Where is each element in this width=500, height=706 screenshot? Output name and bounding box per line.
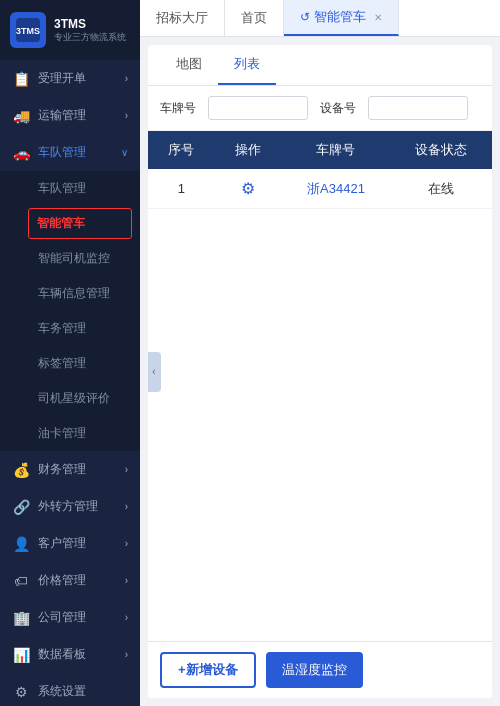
tab-close-icon[interactable]: ✕ bbox=[374, 12, 382, 23]
tab-fleet-icon: ↺ bbox=[300, 10, 310, 24]
sub-item-vehicle-info[interactable]: 车辆信息管理 bbox=[0, 276, 140, 311]
dashboard-arrow: › bbox=[125, 649, 128, 660]
sidebar-item-dashboard[interactable]: 📊 数据看板 › bbox=[0, 636, 140, 673]
transport-icon: 🚚 bbox=[12, 108, 30, 124]
settings-icon: ⚙ bbox=[12, 684, 30, 700]
sidebar: 3TMS 3TMS 专业三方物流系统 📋 受理开单 › 🚚 运输管理 › 🚗 车… bbox=[0, 0, 140, 706]
tabs-bar: 招标大厅 首页 ↺ 智能管车 ✕ bbox=[140, 0, 500, 37]
plate-label: 车牌号 bbox=[160, 100, 196, 117]
sub-tabs: 地图 列表 bbox=[148, 45, 492, 86]
company-arrow: › bbox=[125, 612, 128, 623]
sub-tab-list[interactable]: 列表 bbox=[218, 45, 276, 85]
sidebar-item-finance[interactable]: 💰 财务管理 › bbox=[0, 451, 140, 488]
sidebar-item-outsource-label: 外转方管理 bbox=[38, 498, 98, 515]
sidebar-item-price[interactable]: 🏷 价格管理 › bbox=[0, 562, 140, 599]
tab-home[interactable]: 首页 bbox=[225, 0, 284, 36]
plate-input[interactable] bbox=[208, 96, 308, 120]
sidebar-item-dashboard-label: 数据看板 bbox=[38, 646, 86, 663]
filter-row: 车牌号 设备号 bbox=[148, 86, 492, 131]
sub-item-fleet-manage[interactable]: 车队管理 bbox=[0, 171, 140, 206]
table-container: 序号 操作 车牌号 设备状态 1 ⚙ 浙A34421 bbox=[148, 131, 492, 641]
tab-home-label: 首页 bbox=[241, 9, 267, 27]
logo-icon: 3TMS bbox=[10, 12, 46, 48]
tab-fleet-manage[interactable]: ↺ 智能管车 ✕ bbox=[284, 0, 399, 36]
cell-status: 在线 bbox=[391, 169, 492, 209]
tab-fleet-manage-label: 智能管车 bbox=[314, 8, 366, 26]
cell-op[interactable]: ⚙ bbox=[215, 169, 282, 209]
sidebar-item-transport-label: 运输管理 bbox=[38, 107, 86, 124]
sidebar-item-settings-label: 系统设置 bbox=[38, 683, 86, 700]
sidebar-item-fleet-label: 车队管理 bbox=[38, 144, 86, 161]
sidebar-item-finance-label: 财务管理 bbox=[38, 461, 86, 478]
transport-arrow: › bbox=[125, 110, 128, 121]
finance-arrow: › bbox=[125, 464, 128, 475]
col-status: 设备状态 bbox=[391, 131, 492, 169]
price-icon: 🏷 bbox=[12, 573, 30, 589]
svg-text:3TMS: 3TMS bbox=[16, 26, 40, 36]
sidebar-item-settings[interactable]: ⚙ 系统设置 bbox=[0, 673, 140, 706]
fleet-icon: 🚗 bbox=[12, 145, 30, 161]
sub-tab-map-label: 地图 bbox=[176, 56, 202, 71]
sidebar-item-accept[interactable]: 📋 受理开单 › bbox=[0, 60, 140, 97]
outsource-arrow: › bbox=[125, 501, 128, 512]
col-op: 操作 bbox=[215, 131, 282, 169]
sidebar-item-company[interactable]: 🏢 公司管理 › bbox=[0, 599, 140, 636]
customer-arrow: › bbox=[125, 538, 128, 549]
cell-plate[interactable]: 浙A34421 bbox=[281, 169, 390, 209]
logo-text: 3TMS 专业三方物流系统 bbox=[54, 17, 126, 44]
col-seq: 序号 bbox=[148, 131, 215, 169]
sidebar-item-outsource[interactable]: 🔗 外转方管理 › bbox=[0, 488, 140, 525]
sub-item-tag-manage[interactable]: 标签管理 bbox=[0, 346, 140, 381]
temp-monitor-button[interactable]: 温湿度监控 bbox=[266, 652, 363, 688]
col-plate: 车牌号 bbox=[281, 131, 390, 169]
sidebar-item-company-label: 公司管理 bbox=[38, 609, 86, 626]
sidebar-item-customer[interactable]: 👤 客户管理 › bbox=[0, 525, 140, 562]
bottom-bar: +新增设备 温湿度监控 bbox=[148, 641, 492, 698]
accept-arrow: › bbox=[125, 73, 128, 84]
accept-icon: 📋 bbox=[12, 71, 30, 87]
logo-area: 3TMS 3TMS 专业三方物流系统 bbox=[0, 0, 140, 60]
sidebar-item-customer-label: 客户管理 bbox=[38, 535, 86, 552]
price-arrow: › bbox=[125, 575, 128, 586]
sidebar-item-transport[interactable]: 🚚 运输管理 › bbox=[0, 97, 140, 134]
sidebar-item-accept-label: 受理开单 bbox=[38, 70, 86, 87]
device-input[interactable] bbox=[368, 96, 468, 120]
gear-icon[interactable]: ⚙ bbox=[241, 180, 255, 197]
sub-item-smart-driver[interactable]: 智能司机监控 bbox=[0, 241, 140, 276]
sidebar-item-price-label: 价格管理 bbox=[38, 572, 86, 589]
tab-bid-hall[interactable]: 招标大厅 bbox=[140, 0, 225, 36]
fleet-arrow: ∨ bbox=[121, 147, 128, 158]
customer-icon: 👤 bbox=[12, 536, 30, 552]
outsource-icon: 🔗 bbox=[12, 499, 30, 515]
fleet-submenu: 车队管理 智能管车 智能司机监控 车辆信息管理 车务管理 标签管理 司机星级评价… bbox=[0, 171, 140, 451]
sub-item-oil-card[interactable]: 油卡管理 bbox=[0, 416, 140, 451]
sidebar-item-fleet[interactable]: 🚗 车队管理 ∨ bbox=[0, 134, 140, 171]
plate-link[interactable]: 浙A34421 bbox=[307, 181, 365, 196]
main-content: 招标大厅 首页 ↺ 智能管车 ✕ ‹ 地图 列表 车牌号 设备号 bbox=[140, 0, 500, 706]
collapse-handle[interactable]: ‹ bbox=[148, 352, 161, 392]
add-device-button[interactable]: +新增设备 bbox=[160, 652, 256, 688]
device-label: 设备号 bbox=[320, 100, 356, 117]
table-header-row: 序号 操作 车牌号 设备状态 bbox=[148, 131, 492, 169]
sub-item-car-service[interactable]: 车务管理 bbox=[0, 311, 140, 346]
sub-item-smart-car[interactable]: 智能管车 bbox=[28, 208, 132, 239]
sub-tab-list-label: 列表 bbox=[234, 56, 260, 71]
company-icon: 🏢 bbox=[12, 610, 30, 626]
sub-tab-map[interactable]: 地图 bbox=[160, 45, 218, 85]
dashboard-icon: 📊 bbox=[12, 647, 30, 663]
content-card: ‹ 地图 列表 车牌号 设备号 序号 操作 车牌 bbox=[148, 45, 492, 698]
finance-icon: 💰 bbox=[12, 462, 30, 478]
table-row: 1 ⚙ 浙A34421 在线 bbox=[148, 169, 492, 209]
sub-item-driver-rating[interactable]: 司机星级评价 bbox=[0, 381, 140, 416]
tab-bid-hall-label: 招标大厅 bbox=[156, 9, 208, 27]
cell-seq: 1 bbox=[148, 169, 215, 209]
data-table: 序号 操作 车牌号 设备状态 1 ⚙ 浙A34421 bbox=[148, 131, 492, 209]
